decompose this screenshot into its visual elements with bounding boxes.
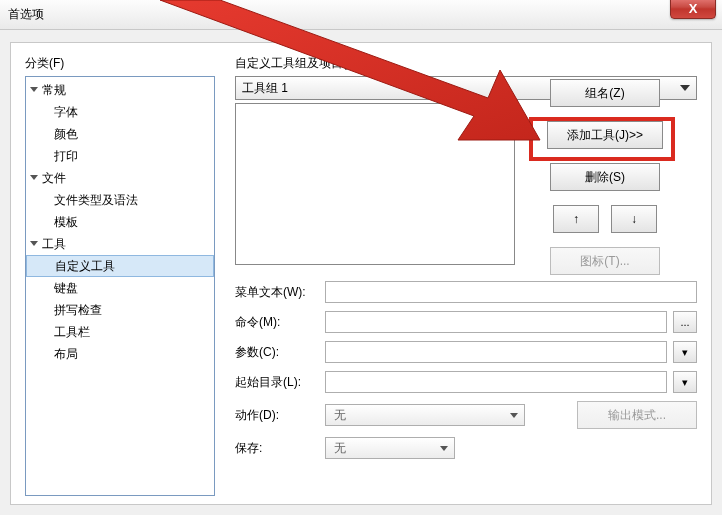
icon-button[interactable]: 图标(T)... [550, 247, 660, 275]
category-pane: 分类(F) 常规字体颜色打印文件文件类型及语法模板工具自定义工具键盘拼写检查工具… [25, 55, 215, 492]
caret-down-icon [30, 175, 38, 180]
start-dir-input[interactable] [325, 371, 667, 393]
tree-item[interactable]: 自定义工具 [26, 255, 214, 277]
close-icon: X [689, 1, 698, 16]
field-menu-text: 菜单文本(W): [235, 281, 697, 303]
tree-item[interactable]: 常规 [26, 79, 214, 101]
settings-pane: 自定义工具组及项目(G): 工具组 1 组名(Z) 添加工具(J)>> 删除(S… [235, 55, 697, 492]
tree-item-label: 文件类型及语法 [54, 193, 138, 207]
category-tree[interactable]: 常规字体颜色打印文件文件类型及语法模板工具自定义工具键盘拼写检查工具栏布局 [25, 76, 215, 496]
output-mode-button[interactable]: 输出模式... [577, 401, 697, 429]
tree-item[interactable]: 工具栏 [26, 321, 214, 343]
tree-item-label: 拼写检查 [54, 303, 102, 317]
tree-item[interactable]: 打印 [26, 145, 214, 167]
tree-item-label: 打印 [54, 149, 78, 163]
tree-item[interactable]: 模板 [26, 211, 214, 233]
titlebar: 首选项 X [0, 0, 722, 30]
tree-item-label: 常规 [42, 83, 66, 97]
start-dir-label: 起始目录(L): [235, 374, 319, 391]
action-value: 无 [334, 407, 346, 424]
command-input[interactable] [325, 311, 667, 333]
field-action: 动作(D): 无 输出模式... [235, 401, 697, 429]
chevron-down-icon [510, 413, 518, 418]
tree-item[interactable]: 颜色 [26, 123, 214, 145]
tree-item-label: 颜色 [54, 127, 78, 141]
parameters-label: 参数(C): [235, 344, 319, 361]
tree-item[interactable]: 文件类型及语法 [26, 189, 214, 211]
action-combo[interactable]: 无 [325, 404, 525, 426]
menu-text-label: 菜单文本(W): [235, 284, 319, 301]
parameters-input[interactable] [325, 341, 667, 363]
field-start-dir: 起始目录(L): ▾ [235, 371, 697, 393]
tree-item[interactable]: 文件 [26, 167, 214, 189]
chevron-down-icon [680, 85, 690, 91]
rename-group-button[interactable]: 组名(Z) [550, 79, 660, 107]
save-label: 保存: [235, 440, 319, 457]
action-label: 动作(D): [235, 407, 319, 424]
tree-item[interactable]: 键盘 [26, 277, 214, 299]
delete-button[interactable]: 删除(S) [550, 163, 660, 191]
field-save: 保存: 无 [235, 437, 697, 459]
caret-down-icon [30, 87, 38, 92]
field-command: 命令(M): ... [235, 311, 697, 333]
tree-item[interactable]: 布局 [26, 343, 214, 365]
window-title: 首选项 [8, 6, 44, 23]
tree-item-label: 模板 [54, 215, 78, 229]
close-button[interactable]: X [670, 0, 716, 19]
tree-item[interactable]: 拼写检查 [26, 299, 214, 321]
group-combo-value: 工具组 1 [242, 80, 288, 97]
chevron-down-icon [440, 446, 448, 451]
tree-item-label: 自定义工具 [55, 259, 115, 273]
move-down-button[interactable]: ↓ [611, 205, 657, 233]
fields-group: 菜单文本(W): 命令(M): ... 参数(C): ▾ 起始目录(L): ▾ … [235, 281, 697, 467]
tree-item-label: 工具栏 [54, 325, 90, 339]
tree-item-label: 键盘 [54, 281, 78, 295]
tree-item-label: 布局 [54, 347, 78, 361]
category-label: 分类(F) [25, 55, 215, 72]
tree-item-label: 字体 [54, 105, 78, 119]
command-browse-button[interactable]: ... [673, 311, 697, 333]
save-value: 无 [334, 440, 346, 457]
caret-down-icon [30, 241, 38, 246]
dialog-body: 分类(F) 常规字体颜色打印文件文件类型及语法模板工具自定义工具键盘拼写检查工具… [10, 42, 712, 505]
tree-item-label: 文件 [42, 171, 66, 185]
parameters-more-button[interactable]: ▾ [673, 341, 697, 363]
menu-text-input[interactable] [325, 281, 697, 303]
tool-list[interactable] [235, 103, 515, 265]
start-dir-more-button[interactable]: ▾ [673, 371, 697, 393]
field-parameters: 参数(C): ▾ [235, 341, 697, 363]
move-up-button[interactable]: ↑ [553, 205, 599, 233]
tree-item-label: 工具 [42, 237, 66, 251]
save-combo[interactable]: 无 [325, 437, 455, 459]
side-buttons: 组名(Z) 添加工具(J)>> 删除(S) ↑ ↓ 图标(T)... [535, 79, 675, 275]
tree-item[interactable]: 工具 [26, 233, 214, 255]
tree-item[interactable]: 字体 [26, 101, 214, 123]
command-label: 命令(M): [235, 314, 319, 331]
group-label: 自定义工具组及项目(G): [235, 55, 697, 72]
add-tool-button[interactable]: 添加工具(J)>> [547, 121, 663, 149]
